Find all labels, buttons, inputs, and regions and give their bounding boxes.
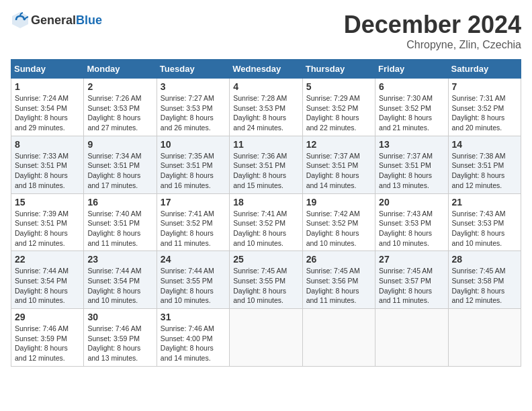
table-cell: 19Sunrise: 7:42 AM Sunset: 3:52 PM Dayli… bbox=[302, 193, 375, 251]
day-info: Sunrise: 7:40 AM Sunset: 3:51 PM Dayligh… bbox=[87, 209, 152, 248]
day-info: Sunrise: 7:46 AM Sunset: 3:59 PM Dayligh… bbox=[87, 324, 152, 363]
day-number: 20 bbox=[379, 197, 444, 208]
day-number: 27 bbox=[379, 254, 444, 265]
table-cell: 15Sunrise: 7:39 AM Sunset: 3:51 PM Dayli… bbox=[11, 193, 84, 251]
day-number: 24 bbox=[161, 254, 226, 265]
day-number: 6 bbox=[379, 81, 444, 92]
table-cell: 21Sunrise: 7:43 AM Sunset: 3:53 PM Dayli… bbox=[448, 193, 521, 251]
title-area: December 2024 Chropyne, Zlin, Czechia bbox=[344, 11, 521, 51]
table-cell: 31Sunrise: 7:46 AM Sunset: 4:00 PM Dayli… bbox=[157, 309, 229, 367]
day-number: 28 bbox=[452, 254, 517, 265]
table-cell bbox=[230, 309, 302, 367]
location-title: Chropyne, Zlin, Czechia bbox=[344, 39, 521, 51]
col-tuesday: Tuesday bbox=[157, 60, 229, 79]
day-info: Sunrise: 7:37 AM Sunset: 3:51 PM Dayligh… bbox=[379, 151, 444, 191]
calendar-row: 1Sunrise: 7:24 AM Sunset: 3:54 PM Daylig… bbox=[11, 79, 521, 136]
day-info: Sunrise: 7:33 AM Sunset: 3:51 PM Dayligh… bbox=[15, 151, 80, 191]
day-info: Sunrise: 7:44 AM Sunset: 3:55 PM Dayligh… bbox=[161, 266, 226, 306]
day-info: Sunrise: 7:30 AM Sunset: 3:52 PM Dayligh… bbox=[379, 93, 444, 133]
day-number: 17 bbox=[161, 197, 226, 208]
day-number: 29 bbox=[15, 312, 80, 322]
day-info: Sunrise: 7:41 AM Sunset: 3:52 PM Dayligh… bbox=[161, 209, 226, 248]
calendar-row: 29Sunrise: 7:46 AM Sunset: 3:59 PM Dayli… bbox=[11, 309, 521, 367]
day-info: Sunrise: 7:34 AM Sunset: 3:51 PM Dayligh… bbox=[87, 151, 152, 191]
day-number: 16 bbox=[87, 197, 152, 208]
table-cell bbox=[375, 309, 448, 367]
table-cell: 27Sunrise: 7:45 AM Sunset: 3:57 PM Dayli… bbox=[375, 251, 448, 309]
day-number: 26 bbox=[306, 254, 371, 265]
logo-blue: Blue bbox=[76, 13, 102, 27]
day-info: Sunrise: 7:43 AM Sunset: 3:53 PM Dayligh… bbox=[452, 209, 517, 248]
logo-icon bbox=[11, 11, 30, 30]
day-number: 5 bbox=[306, 81, 371, 92]
day-number: 31 bbox=[161, 312, 226, 322]
col-wednesday: Wednesday bbox=[230, 60, 302, 79]
col-monday: Monday bbox=[84, 60, 157, 79]
day-number: 12 bbox=[306, 139, 371, 150]
table-cell: 16Sunrise: 7:40 AM Sunset: 3:51 PM Dayli… bbox=[84, 193, 157, 251]
calendar-row: 8Sunrise: 7:33 AM Sunset: 3:51 PM Daylig… bbox=[11, 136, 521, 193]
day-info: Sunrise: 7:46 AM Sunset: 3:59 PM Dayligh… bbox=[15, 324, 80, 363]
table-cell: 4Sunrise: 7:28 AM Sunset: 3:53 PM Daylig… bbox=[230, 79, 302, 136]
table-cell: 20Sunrise: 7:43 AM Sunset: 3:53 PM Dayli… bbox=[375, 193, 448, 251]
day-number: 13 bbox=[379, 139, 444, 150]
day-info: Sunrise: 7:24 AM Sunset: 3:54 PM Dayligh… bbox=[15, 93, 80, 133]
calendar-header-row: Sunday Monday Tuesday Wednesday Thursday… bbox=[11, 60, 521, 79]
table-cell bbox=[302, 309, 375, 367]
day-number: 1 bbox=[15, 81, 80, 92]
logo: GeneralBlue bbox=[11, 11, 102, 30]
table-cell: 22Sunrise: 7:44 AM Sunset: 3:54 PM Dayli… bbox=[11, 251, 84, 309]
table-cell: 30Sunrise: 7:46 AM Sunset: 3:59 PM Dayli… bbox=[84, 309, 157, 367]
col-friday: Friday bbox=[375, 60, 448, 79]
table-cell: 11Sunrise: 7:36 AM Sunset: 3:51 PM Dayli… bbox=[230, 136, 302, 193]
calendar-row: 22Sunrise: 7:44 AM Sunset: 3:54 PM Dayli… bbox=[11, 251, 521, 309]
table-cell: 26Sunrise: 7:45 AM Sunset: 3:56 PM Dayli… bbox=[302, 251, 375, 309]
table-cell: 6Sunrise: 7:30 AM Sunset: 3:52 PM Daylig… bbox=[375, 79, 448, 136]
day-number: 10 bbox=[161, 139, 226, 150]
table-cell: 17Sunrise: 7:41 AM Sunset: 3:52 PM Dayli… bbox=[157, 193, 229, 251]
logo-general: General bbox=[31, 13, 76, 27]
table-cell: 18Sunrise: 7:41 AM Sunset: 3:52 PM Dayli… bbox=[230, 193, 302, 251]
day-info: Sunrise: 7:28 AM Sunset: 3:53 PM Dayligh… bbox=[233, 93, 298, 133]
day-number: 2 bbox=[87, 81, 152, 92]
table-cell: 25Sunrise: 7:45 AM Sunset: 3:55 PM Dayli… bbox=[230, 251, 302, 309]
day-number: 15 bbox=[15, 197, 80, 208]
calendar-row: 15Sunrise: 7:39 AM Sunset: 3:51 PM Dayli… bbox=[11, 193, 521, 251]
day-info: Sunrise: 7:29 AM Sunset: 3:52 PM Dayligh… bbox=[306, 93, 371, 133]
table-cell: 2Sunrise: 7:26 AM Sunset: 3:53 PM Daylig… bbox=[84, 79, 157, 136]
day-number: 30 bbox=[87, 312, 152, 322]
calendar-table: Sunday Monday Tuesday Wednesday Thursday… bbox=[11, 59, 521, 367]
day-info: Sunrise: 7:45 AM Sunset: 3:57 PM Dayligh… bbox=[379, 266, 444, 306]
day-info: Sunrise: 7:42 AM Sunset: 3:52 PM Dayligh… bbox=[306, 209, 371, 248]
table-cell: 28Sunrise: 7:45 AM Sunset: 3:58 PM Dayli… bbox=[448, 251, 521, 309]
day-info: Sunrise: 7:46 AM Sunset: 4:00 PM Dayligh… bbox=[161, 324, 226, 363]
day-info: Sunrise: 7:44 AM Sunset: 3:54 PM Dayligh… bbox=[15, 266, 80, 306]
day-number: 8 bbox=[15, 139, 80, 150]
col-sunday: Sunday bbox=[11, 60, 84, 79]
table-cell: 10Sunrise: 7:35 AM Sunset: 3:51 PM Dayli… bbox=[157, 136, 229, 193]
table-cell: 7Sunrise: 7:31 AM Sunset: 3:52 PM Daylig… bbox=[448, 79, 521, 136]
day-info: Sunrise: 7:35 AM Sunset: 3:51 PM Dayligh… bbox=[161, 151, 226, 191]
table-cell: 23Sunrise: 7:44 AM Sunset: 3:54 PM Dayli… bbox=[84, 251, 157, 309]
day-info: Sunrise: 7:45 AM Sunset: 3:55 PM Dayligh… bbox=[233, 266, 298, 306]
table-cell: 1Sunrise: 7:24 AM Sunset: 3:54 PM Daylig… bbox=[11, 79, 84, 136]
table-cell bbox=[448, 309, 521, 367]
day-info: Sunrise: 7:27 AM Sunset: 3:53 PM Dayligh… bbox=[161, 93, 226, 133]
table-cell: 13Sunrise: 7:37 AM Sunset: 3:51 PM Dayli… bbox=[375, 136, 448, 193]
day-info: Sunrise: 7:36 AM Sunset: 3:51 PM Dayligh… bbox=[233, 151, 298, 191]
day-info: Sunrise: 7:38 AM Sunset: 3:51 PM Dayligh… bbox=[452, 151, 517, 191]
day-info: Sunrise: 7:37 AM Sunset: 3:51 PM Dayligh… bbox=[306, 151, 371, 191]
day-number: 14 bbox=[452, 139, 517, 150]
day-info: Sunrise: 7:26 AM Sunset: 3:53 PM Dayligh… bbox=[87, 93, 152, 133]
table-cell: 29Sunrise: 7:46 AM Sunset: 3:59 PM Dayli… bbox=[11, 309, 84, 367]
table-cell: 5Sunrise: 7:29 AM Sunset: 3:52 PM Daylig… bbox=[302, 79, 375, 136]
table-cell: 12Sunrise: 7:37 AM Sunset: 3:51 PM Dayli… bbox=[302, 136, 375, 193]
col-saturday: Saturday bbox=[448, 60, 521, 79]
day-info: Sunrise: 7:44 AM Sunset: 3:54 PM Dayligh… bbox=[87, 266, 152, 306]
table-cell: 24Sunrise: 7:44 AM Sunset: 3:55 PM Dayli… bbox=[157, 251, 229, 309]
day-info: Sunrise: 7:41 AM Sunset: 3:52 PM Dayligh… bbox=[233, 209, 298, 248]
table-cell: 9Sunrise: 7:34 AM Sunset: 3:51 PM Daylig… bbox=[84, 136, 157, 193]
col-thursday: Thursday bbox=[302, 60, 375, 79]
day-info: Sunrise: 7:31 AM Sunset: 3:52 PM Dayligh… bbox=[452, 93, 517, 133]
page-header: GeneralBlue December 2024 Chropyne, Zlin… bbox=[11, 11, 521, 51]
